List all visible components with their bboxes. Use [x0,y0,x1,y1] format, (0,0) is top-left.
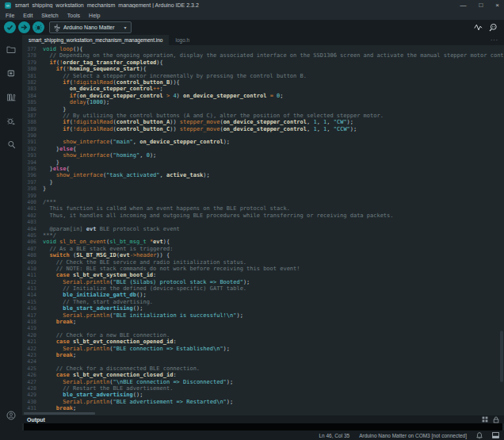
horizontal-scrollbar[interactable] [24,412,95,415]
code-line[interactable]: 406void sl_bt_on_event(sl_bt_msg_t *evt)… [22,239,504,245]
board-selector[interactable]: Arduino Nano Matter ▾ [49,21,132,33]
menu-item-edit[interactable]: Edit [23,13,32,18]
code-line[interactable]: 386 } [22,106,504,113]
code-line[interactable]: 418 break; [22,319,504,325]
code-line[interactable]: 428 // Restart the BLE advertisement. [22,385,504,392]
code-line[interactable]: 381 // Select a stepper motor incrementa… [22,73,504,79]
status-bar: Ln 46, Col 35 Arduino Nano Matter on COM… [0,430,504,440]
sidebar-item-sketchbook[interactable] [0,37,22,61]
scroll-lock-icon[interactable] [493,416,499,423]
code-line[interactable]: 383 on_device_stepper_control++; [22,86,504,92]
code-line[interactable]: 410 // NOTE: BLE stack commands do not w… [22,266,504,272]
code-line[interactable]: 422 Serial.println("BLE connection => Es… [22,346,504,352]
code-line[interactable]: 409 // Check the BLE service and radio i… [22,259,504,266]
code-line[interactable]: 377void loop(){ [22,46,504,52]
line-number: 379 [22,59,43,66]
output-console[interactable] [24,423,502,430]
code-line[interactable]: 424 [22,358,504,365]
menu-item-file[interactable]: File [6,13,14,18]
code-line[interactable]: 426 case sl_bt_evt_connection_closed_id: [22,372,504,378]
code-line[interactable]: 394 } [22,159,504,166]
line-number: 416 [22,305,43,312]
upload-button[interactable] [18,21,30,33]
code-line[interactable]: 387 // By utilizing the control buttons … [22,113,504,119]
sidebar-item-debug[interactable] [0,109,22,132]
board-connection-status: Arduino Nano Matter on COM3 [not connect… [359,433,467,438]
code-line[interactable]: 425 // Check for a disconnected BLE conn… [22,365,504,372]
tab-overflow-menu[interactable]: ··· [491,35,504,45]
notifications-bell-icon[interactable] [476,432,483,439]
code-line[interactable]: 414 ble_initialize_gatt_db(); [22,292,504,298]
serial-plotter-icon[interactable] [474,23,483,32]
code-line[interactable]: 431 break; [22,405,504,411]
sidebar-item-boards-manager[interactable] [0,61,22,85]
tab-sketch-ino[interactable]: smart_shipping_workstation_mechanism_man… [22,35,169,45]
code-line[interactable]: 429 ble_start_advertising(); [22,392,504,398]
serial-monitor-icon[interactable] [489,23,498,32]
code-line[interactable]: 382 if(!digitalRead(control_button_B)){ [22,79,504,86]
toggle-panel-icon[interactable] [492,432,499,438]
code-line[interactable]: 411 case sl_bt_evt_system_boot_id: [22,272,504,278]
code-line[interactable]: 427 Serial.println("\nBLE connection => … [22,379,504,385]
code-line[interactable]: 403 [22,219,504,225]
code-line[interactable]: 415 // Then, start advertising. [22,299,504,305]
code-line[interactable]: 413 // Initialize the defined (device-sp… [22,285,504,292]
code-line[interactable]: 407 // As a BLE stack event is triggered… [22,246,504,252]
line-number: 422 [22,346,43,352]
vertical-scrollbar[interactable] [500,331,503,382]
code-line[interactable]: 380 if(!homing_sequence_start){ [22,66,504,72]
sidebar-item-library-manager[interactable] [0,85,22,109]
code-line[interactable]: 419 [22,325,504,331]
code-editor[interactable]: 377void loop(){378 // Depending on the o… [22,45,504,411]
title-bar: ∞ smart_shipping_workstation_mechanism_m… [0,0,504,10]
code-line[interactable]: 399 [22,193,504,199]
code-line[interactable]: 391 show_interface("main", on_device_ste… [22,139,504,145]
minimize-icon[interactable]: — [460,2,466,10]
debug-button[interactable] [32,21,44,33]
verify-button[interactable] [4,21,16,33]
code-line[interactable]: 401 This function is called when an even… [22,205,504,212]
debug-bug-icon [6,117,16,125]
code-line[interactable]: 412 Serial.println("BLE (Silabs) protoco… [22,279,504,285]
menu-item-sketch[interactable]: Sketch [41,13,58,18]
code-line[interactable]: 404 @param[in] evt BLE protocol stack ev… [22,226,504,232]
menu-item-tools[interactable]: Tools [67,13,80,18]
maximize-icon[interactable]: □ [479,2,483,10]
code-line[interactable]: 396 show_interface("task_activated", act… [22,172,504,178]
code-line[interactable]: 430 Serial.println("BLE advertisement =>… [22,399,504,405]
code-line[interactable]: 417 Serial.println("BLE initialization i… [22,312,504,319]
line-number: 387 [22,113,43,119]
sidebar-item-account[interactable] [0,404,22,427]
activity-bar [0,35,22,430]
tab-logo-h[interactable]: logo.h [169,35,196,45]
editor-column: smart_shipping_workstation_mechanism_man… [22,35,504,430]
code-line[interactable]: 398} [22,186,504,192]
code-line[interactable]: 385 delay(1000); [22,99,504,105]
code-line[interactable]: 390 [22,132,504,139]
code-line[interactable]: 397 } [22,179,504,186]
line-number: 377 [22,46,43,52]
code-line[interactable]: 405***/ [22,232,504,239]
code-line[interactable]: 421 case sl_bt_evt_connection_opened_id: [22,339,504,345]
code-line[interactable]: 420 // Check for a new BLE connection. [22,332,504,339]
code-line[interactable]: 395 }else{ [22,166,504,172]
code-line[interactable]: 423 break; [22,352,504,358]
code-line[interactable]: 379 if(!order_tag_transfer_completed){ [22,59,504,66]
code-line[interactable]: 388 if(!digitalRead(control_button_A)) s… [22,119,504,125]
line-number: 396 [22,172,43,178]
clear-output-icon[interactable] [482,416,488,423]
code-line[interactable]: 392 }else{ [22,146,504,152]
bug-icon [35,24,42,31]
folder-icon [6,45,16,54]
code-line[interactable]: 378 // Depending on the ongoing operatio… [22,52,504,59]
code-line[interactable]: 400/*** [22,199,504,205]
code-line[interactable]: 416 ble_start_advertising(); [22,305,504,312]
close-icon[interactable]: × [495,2,499,10]
code-line[interactable]: 389 if(!digitalRead(control_button_C)) s… [22,126,504,132]
code-line[interactable]: 408 switch (SL_BT_MSG_ID(evt->header)) { [22,252,504,258]
code-line[interactable]: 384 if(on_device_stepper_control > 4) on… [22,93,504,99]
code-line[interactable]: 393 show_interface("homing", 0); [22,152,504,159]
code-line[interactable]: 402 Thus, it handles all incoming and ou… [22,212,504,219]
menu-item-help[interactable]: Help [89,13,100,18]
sidebar-item-search[interactable] [0,132,22,156]
